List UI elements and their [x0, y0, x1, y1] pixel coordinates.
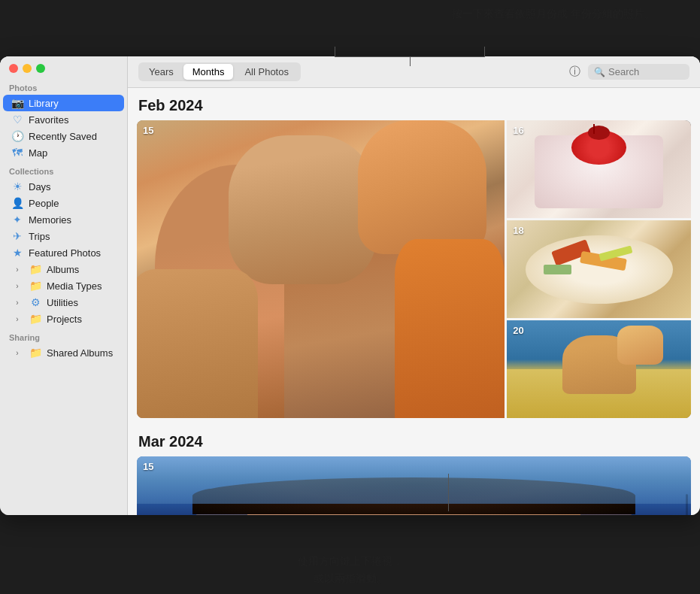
- sidebar-item-label-favorites: Favorites: [29, 114, 117, 126]
- search-input[interactable]: [608, 66, 683, 77]
- annotation-bottom: 使用方向鍵上下捲視，或以兩指滑動。: [0, 511, 700, 594]
- sidebar-item-label-featured-photos: Featured Photos: [29, 247, 117, 259]
- main-content: Years Months All Photos ⓘ 🔍 Feb 2024: [128, 56, 700, 515]
- sidebar-item-projects[interactable]: › 📁 Projects: [3, 311, 124, 327]
- feb-cake-photo[interactable]: 16: [507, 120, 691, 218]
- sidebar-item-label-library: Library: [29, 98, 117, 109]
- feb-food-photo[interactable]: 18: [507, 220, 691, 318]
- photo-scroll-area[interactable]: Feb 2024: [128, 88, 700, 515]
- sidebar-item-label-trips: Trips: [29, 231, 117, 242]
- sidebar-item-library[interactable]: 📷 Library: [3, 95, 124, 111]
- sidebar-item-label-utilities: Utilities: [47, 297, 117, 308]
- sidebar-item-label-memories: Memories: [29, 214, 117, 226]
- sidebar-item-media-types[interactable]: › 📁 Media Types: [3, 277, 124, 294]
- sidebar-item-map[interactable]: 🗺 Map: [3, 144, 124, 161]
- featured-photos-icon: ★: [11, 247, 24, 259]
- albums-icon: 📁: [29, 263, 42, 275]
- projects-collapse-icon: ›: [11, 315, 24, 323]
- sidebar-item-trips[interactable]: ✈ Trips: [3, 228, 124, 244]
- scroll-indicator: [686, 494, 688, 515]
- sidebar-item-favorites[interactable]: ♡ Favorites: [3, 111, 124, 128]
- sidebar-item-recently-saved[interactable]: 🕐 Recently Saved: [3, 128, 124, 144]
- sidebar-item-utilities[interactable]: › ⚙ Utilities: [3, 294, 124, 311]
- memories-icon: ✦: [11, 214, 24, 226]
- minimize-button[interactable]: [23, 64, 32, 73]
- feb-cake-photo-count: 16: [513, 125, 523, 136]
- mar-2024-section: Mar 2024 15: [137, 433, 691, 515]
- sidebar-item-label-days: Days: [29, 181, 117, 192]
- search-box[interactable]: 🔍: [588, 64, 689, 80]
- main-window: Photos 📷 Library ♡ Favorites 🕐 Recently …: [0, 56, 700, 515]
- albums-collapse-icon: ›: [11, 265, 24, 274]
- view-tabs: Years Months All Photos: [138, 62, 301, 81]
- media-types-icon: 📁: [29, 280, 42, 292]
- photos-section-label: Photos: [0, 77, 127, 95]
- sidebar-item-shared-albums[interactable]: › 📁 Shared Albums: [3, 344, 124, 361]
- months-tab[interactable]: Months: [183, 64, 234, 80]
- years-tab[interactable]: Years: [140, 64, 183, 80]
- feb-2024-label: Feb 2024: [137, 97, 691, 114]
- feb-food-photo-inner: [507, 220, 691, 318]
- mar-main-photo[interactable]: 15: [137, 456, 691, 515]
- sidebar-item-label-map: Map: [29, 147, 117, 159]
- collections-section-label: Collections: [0, 161, 127, 178]
- feb-main-photo[interactable]: 15: [137, 120, 505, 418]
- brace-indicator: [335, 47, 485, 66]
- sidebar-item-label-recently-saved: Recently Saved: [29, 131, 117, 142]
- sidebar: Photos 📷 Library ♡ Favorites 🕐 Recently …: [0, 56, 128, 515]
- shared-albums-icon: 📁: [29, 347, 42, 359]
- trips-icon: ✈: [11, 230, 24, 242]
- media-types-collapse-icon: ›: [11, 282, 24, 290]
- info-button[interactable]: ⓘ: [565, 63, 585, 80]
- sidebar-item-featured-photos[interactable]: ★ Featured Photos: [3, 244, 124, 261]
- search-icon: 🔍: [594, 67, 605, 77]
- close-button[interactable]: [9, 64, 18, 73]
- annotation-bottom-line: [448, 474, 449, 511]
- maximize-button[interactable]: [36, 64, 45, 73]
- sidebar-item-days[interactable]: ☀ Days: [3, 178, 124, 195]
- feb-food-photo-count: 18: [513, 225, 523, 236]
- sidebar-item-label-projects: Projects: [47, 314, 117, 325]
- days-icon: ☀: [11, 180, 24, 192]
- feb-person-photo-count: 20: [513, 325, 523, 336]
- sidebar-item-people[interactable]: 👤 People: [3, 195, 124, 211]
- utilities-icon: ⚙: [29, 296, 42, 308]
- people-icon: 👤: [11, 197, 24, 209]
- feb-main-photo-count: 15: [143, 125, 153, 136]
- sidebar-item-albums[interactable]: › 📁 Albums: [3, 261, 124, 277]
- recently-saved-icon: 🕐: [11, 130, 24, 142]
- mar-main-photo-count: 15: [143, 461, 153, 472]
- sidebar-item-label-people: People: [29, 198, 117, 209]
- feb-cake-photo-inner: [507, 120, 691, 218]
- map-icon: 🗺: [11, 147, 24, 159]
- feb-main-photo-inner: [137, 120, 505, 418]
- shared-albums-collapse-icon: ›: [11, 349, 24, 357]
- sidebar-item-label-albums: Albums: [47, 264, 117, 275]
- sidebar-item-label-shared-albums: Shared Albums: [47, 347, 117, 359]
- sidebar-item-memories[interactable]: ✦ Memories: [3, 211, 124, 228]
- favorites-icon: ♡: [11, 114, 24, 126]
- mar-2024-grid: 15: [137, 456, 691, 515]
- projects-icon: 📁: [29, 313, 42, 325]
- titlebar: [0, 56, 127, 77]
- feb-person-photo[interactable]: 20: [507, 320, 691, 418]
- mar-2024-label: Mar 2024: [137, 433, 691, 450]
- feb-2024-grid: 15 16: [137, 120, 691, 418]
- feb-person-photo-inner: [507, 320, 691, 418]
- all-photos-tab[interactable]: All Photos: [234, 64, 299, 80]
- sharing-section-label: Sharing: [0, 327, 127, 344]
- library-icon: 📷: [11, 97, 24, 109]
- sidebar-item-label-media-types: Media Types: [47, 280, 117, 292]
- utilities-collapse-icon: ›: [11, 299, 24, 307]
- feb-2024-section: Feb 2024: [137, 97, 691, 418]
- annotation-bottom-text: 使用方向鍵上下捲視，或以兩指滑動。: [298, 553, 403, 586]
- annotation-top-text: 按一下來查看依照月份或 年份分組的照片。: [452, 6, 655, 22]
